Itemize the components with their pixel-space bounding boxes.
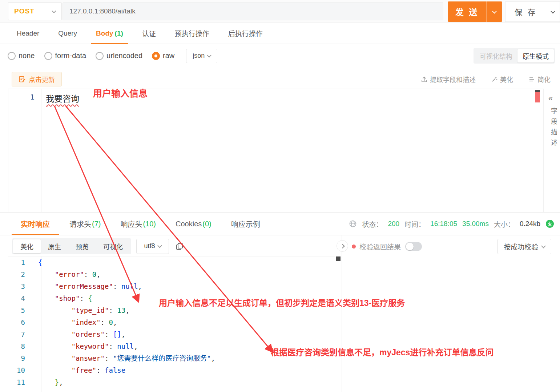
app-window: POST 127.0.0.1:8080/ai/talk 发 送 保 存 Head… — [0, 0, 560, 392]
token — [38, 378, 55, 386]
request-body-editor[interactable]: 1 我要咨询 — [8, 89, 544, 212]
body-type-raw[interactable]: raw — [152, 52, 174, 60]
size-label: 大小： — [494, 219, 515, 229]
token: : — [101, 318, 109, 326]
request-tab-预执行操作[interactable]: 预执行操作 — [165, 23, 219, 44]
token: "errorMessage" — [55, 282, 113, 290]
token: "您需要什么样的医疗咨询服务" — [113, 354, 211, 362]
response-code[interactable]: 1{2 "error": 0,3 "errorMessage": null,4 … — [8, 256, 335, 392]
view-mode-1[interactable]: 原生 — [41, 239, 68, 253]
tab-label: Header — [17, 29, 39, 37]
body-type-form-data[interactable]: form-data — [44, 52, 86, 60]
document-edit-icon — [19, 76, 26, 83]
method-select[interactable]: POST — [8, 2, 62, 20]
click-update-button[interactable]: 点击更新 — [12, 72, 62, 86]
validate-mode-value: 按成功校验 — [504, 242, 538, 251]
copy-button[interactable] — [176, 242, 184, 250]
status-value: 200 — [388, 220, 399, 228]
validate-mode-select[interactable]: 按成功校验 — [497, 239, 551, 254]
validate-toggle[interactable] — [405, 242, 422, 251]
tab-label: 请求头 — [69, 219, 91, 229]
token: : — [105, 330, 113, 338]
chevron-right-icon — [340, 244, 345, 248]
tab-count: (7) — [92, 220, 101, 228]
code-text: "free": false — [33, 364, 125, 376]
token: , — [59, 378, 63, 386]
request-tab-后执行操作[interactable]: 后执行操作 — [219, 23, 272, 44]
tab-label: 响应示例 — [231, 219, 260, 229]
toggle-knob — [406, 243, 414, 250]
token — [38, 306, 72, 314]
token: } — [55, 378, 59, 386]
token: [] — [113, 330, 121, 338]
send-dropdown[interactable] — [486, 1, 502, 22]
mode-raw[interactable]: 原生模式 — [517, 49, 554, 62]
token: : — [109, 306, 117, 314]
response-tab-4[interactable]: 响应示例 — [221, 213, 270, 235]
token: "index" — [72, 318, 101, 326]
request-tab-body[interactable]: Body(1) — [86, 23, 133, 44]
line-number: 11 — [8, 376, 33, 388]
tab-label: 响应头 — [120, 219, 142, 229]
save-dropdown[interactable] — [546, 1, 560, 22]
encoding-select[interactable]: utf8 — [136, 239, 169, 254]
chevron-down-icon — [492, 9, 497, 13]
time-value: 16:18:05 — [430, 220, 457, 228]
download-icon[interactable] — [545, 219, 554, 228]
panel-collapse-button[interactable]: « — [548, 94, 553, 103]
response-tab-0[interactable]: 实时响应 — [11, 213, 60, 235]
line-number: 9 — [8, 352, 33, 364]
line-number: 3 — [8, 280, 33, 292]
editor-gutter: 1 — [8, 89, 41, 212]
panel-expand-button[interactable] — [337, 240, 348, 252]
beautify-button[interactable]: 美化 — [491, 74, 513, 84]
save-button[interactable]: 保 存 — [505, 1, 546, 22]
extract-fields-button[interactable]: 提取字段和描述 — [421, 74, 476, 84]
code-text: "error": 0, — [33, 268, 101, 280]
editor-scrollbar-thumb[interactable] — [535, 92, 540, 102]
request-tab-header[interactable]: Header — [7, 23, 49, 44]
radio-label: none — [19, 52, 35, 60]
view-mode-0[interactable]: 美化 — [13, 239, 41, 253]
response-tab-1[interactable]: 请求头(7) — [60, 213, 110, 235]
editor-scroll-marker — [535, 90, 540, 92]
view-mode-2[interactable]: 预览 — [68, 239, 96, 253]
token: , — [138, 282, 142, 290]
simplify-button[interactable]: 简化 — [528, 74, 551, 84]
code-line-3: 3 "errorMessage": null, — [8, 280, 335, 292]
line-number: 8 — [8, 340, 33, 352]
view-mode-3[interactable]: 可视化 — [96, 239, 130, 253]
response-split-divider[interactable] — [342, 235, 342, 392]
token: 13 — [117, 306, 125, 314]
chevron-down-icon — [541, 244, 546, 248]
url-input[interactable]: 127.0.0.1:8080/ai/talk — [63, 2, 443, 20]
tab-label: 认证 — [142, 28, 156, 38]
tab-label: 后执行操作 — [228, 28, 263, 38]
body-type-none[interactable]: none — [8, 52, 35, 60]
response-tab-3[interactable]: Cookies(0) — [166, 213, 221, 235]
tab-count: (10) — [143, 220, 156, 228]
radio-icon — [8, 52, 16, 60]
editor-actions: 提取字段和描述 美化 简化 — [421, 72, 551, 86]
size-value: 0.24kb — [520, 220, 540, 228]
request-tab-认证[interactable]: 认证 — [133, 23, 165, 44]
code-line-11: 11 }, — [8, 376, 335, 388]
raw-format-select[interactable]: json — [186, 49, 217, 63]
radio-icon — [152, 52, 160, 60]
chevron-down-icon — [52, 8, 56, 13]
mode-visual-structure[interactable]: 可视化结构 — [475, 49, 517, 62]
response-tab-2[interactable]: 响应头(10) — [110, 213, 166, 235]
line-number: 1 — [8, 256, 33, 268]
token: 0 — [92, 270, 96, 278]
validate-row: 校验返回结果 按成功校验 — [352, 236, 560, 256]
tab-label: 实时响应 — [21, 219, 50, 229]
request-tab-query[interactable]: Query — [49, 23, 86, 44]
line-number: 7 — [8, 328, 33, 340]
request-body-text[interactable]: 我要咨询 — [46, 92, 79, 104]
response-meta: 状态： 200 时间： 16:18:05 35.00ms 大小： 0.24kb — [349, 212, 554, 235]
send-button[interactable]: 发 送 — [448, 1, 502, 22]
body-type-urlencoded[interactable]: urlencoded — [96, 52, 142, 60]
token — [38, 330, 72, 338]
token — [38, 270, 55, 278]
response-scrollbar-thumb[interactable] — [336, 256, 341, 261]
